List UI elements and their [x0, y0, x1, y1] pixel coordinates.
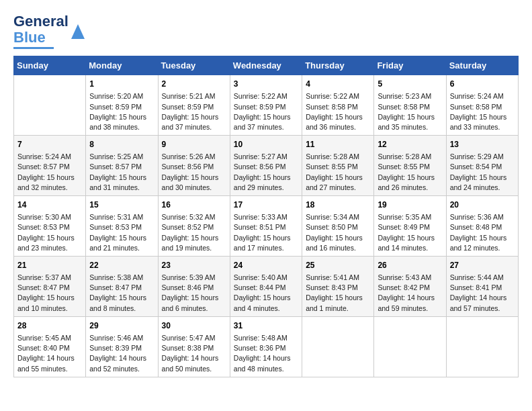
calendar-cell: 2Sunrise: 5:21 AM Sunset: 8:59 PM Daylig…: [158, 75, 230, 136]
day-number: 8: [89, 138, 154, 150]
day-number: 12: [378, 138, 442, 150]
day-number: 26: [378, 259, 442, 271]
calendar-cell: 4Sunrise: 5:22 AM Sunset: 8:58 PM Daylig…: [302, 75, 374, 136]
cell-content: Sunrise: 5:25 AM Sunset: 8:57 PM Dayligh…: [89, 152, 154, 193]
day-number: 5: [378, 78, 442, 90]
cell-content: Sunrise: 5:38 AM Sunset: 8:47 PM Dayligh…: [89, 273, 154, 314]
cell-content: Sunrise: 5:22 AM Sunset: 8:59 PM Dayligh…: [234, 91, 298, 132]
calendar-cell: [14, 75, 86, 136]
day-number: 18: [306, 199, 370, 211]
day-number: 28: [17, 320, 82, 332]
cell-content: Sunrise: 5:46 AM Sunset: 8:39 PM Dayligh…: [89, 333, 154, 374]
calendar-cell: 23Sunrise: 5:39 AM Sunset: 8:46 PM Dayli…: [158, 257, 230, 317]
day-number: 14: [17, 199, 82, 211]
calendar-week-row: 21Sunrise: 5:37 AM Sunset: 8:47 PM Dayli…: [14, 257, 519, 317]
day-number: 10: [234, 138, 298, 150]
calendar-cell: 21Sunrise: 5:37 AM Sunset: 8:47 PM Dayli…: [14, 257, 86, 317]
day-number: 16: [162, 199, 226, 211]
day-number: 24: [234, 259, 298, 271]
calendar-cell: 27Sunrise: 5:44 AM Sunset: 8:41 PM Dayli…: [446, 257, 518, 317]
calendar-cell: [446, 316, 518, 377]
day-number: 20: [450, 199, 515, 211]
weekday-header-tuesday: Tuesday: [158, 56, 230, 75]
calendar-week-row: 1Sunrise: 5:20 AM Sunset: 8:59 PM Daylig…: [14, 75, 519, 136]
day-number: 7: [17, 138, 82, 150]
calendar-cell: 19Sunrise: 5:35 AM Sunset: 8:49 PM Dayli…: [374, 196, 446, 257]
calendar-cell: 8Sunrise: 5:25 AM Sunset: 8:57 PM Daylig…: [86, 136, 158, 196]
cell-content: Sunrise: 5:27 AM Sunset: 8:56 PM Dayligh…: [234, 152, 298, 193]
calendar-cell: 26Sunrise: 5:43 AM Sunset: 8:42 PM Dayli…: [374, 257, 446, 317]
cell-content: Sunrise: 5:22 AM Sunset: 8:58 PM Dayligh…: [306, 91, 370, 132]
cell-content: Sunrise: 5:21 AM Sunset: 8:59 PM Dayligh…: [162, 91, 226, 132]
day-number: 31: [234, 320, 298, 332]
day-number: 6: [450, 78, 515, 90]
calendar-cell: [374, 316, 446, 377]
cell-content: Sunrise: 5:23 AM Sunset: 8:58 PM Dayligh…: [378, 91, 442, 132]
cell-content: Sunrise: 5:29 AM Sunset: 8:54 PM Dayligh…: [450, 152, 515, 193]
cell-content: Sunrise: 5:28 AM Sunset: 8:55 PM Dayligh…: [306, 152, 370, 193]
cell-content: Sunrise: 5:33 AM Sunset: 8:51 PM Dayligh…: [234, 212, 298, 253]
page-header: GeneralBlue: [13, 13, 519, 49]
calendar-cell: 31Sunrise: 5:48 AM Sunset: 8:36 PM Dayli…: [230, 316, 302, 377]
day-number: 15: [89, 199, 154, 211]
cell-content: Sunrise: 5:48 AM Sunset: 8:36 PM Dayligh…: [234, 333, 298, 374]
day-number: 19: [378, 199, 442, 211]
weekday-header-sunday: Sunday: [14, 56, 86, 75]
calendar-header: SundayMondayTuesdayWednesdayThursdayFrid…: [14, 56, 519, 75]
cell-content: Sunrise: 5:24 AM Sunset: 8:58 PM Dayligh…: [450, 91, 515, 132]
logo-triangle-icon: [71, 24, 85, 39]
calendar-cell: 1Sunrise: 5:20 AM Sunset: 8:59 PM Daylig…: [86, 75, 158, 136]
calendar-body: 1Sunrise: 5:20 AM Sunset: 8:59 PM Daylig…: [14, 75, 519, 377]
cell-content: Sunrise: 5:37 AM Sunset: 8:47 PM Dayligh…: [17, 273, 82, 314]
calendar-cell: 30Sunrise: 5:47 AM Sunset: 8:38 PM Dayli…: [158, 316, 230, 377]
cell-content: Sunrise: 5:39 AM Sunset: 8:46 PM Dayligh…: [162, 273, 226, 314]
day-number: 4: [306, 78, 370, 90]
calendar-cell: [302, 316, 374, 377]
calendar-cell: 20Sunrise: 5:36 AM Sunset: 8:48 PM Dayli…: [446, 196, 518, 257]
logo-text: GeneralBlue: [13, 13, 69, 46]
day-number: 11: [306, 138, 370, 150]
day-number: 23: [162, 259, 226, 271]
day-number: 2: [162, 78, 226, 90]
cell-content: Sunrise: 5:32 AM Sunset: 8:52 PM Dayligh…: [162, 212, 226, 253]
calendar-table: SundayMondayTuesdayWednesdayThursdayFrid…: [13, 56, 519, 377]
day-number: 1: [89, 78, 154, 90]
calendar-cell: 3Sunrise: 5:22 AM Sunset: 8:59 PM Daylig…: [230, 75, 302, 136]
calendar-cell: 7Sunrise: 5:24 AM Sunset: 8:57 PM Daylig…: [14, 136, 86, 196]
cell-content: Sunrise: 5:28 AM Sunset: 8:55 PM Dayligh…: [378, 152, 442, 193]
calendar-cell: 12Sunrise: 5:28 AM Sunset: 8:55 PM Dayli…: [374, 136, 446, 196]
cell-content: Sunrise: 5:31 AM Sunset: 8:53 PM Dayligh…: [89, 212, 154, 253]
day-number: 25: [306, 259, 370, 271]
cell-content: Sunrise: 5:40 AM Sunset: 8:44 PM Dayligh…: [234, 273, 298, 314]
cell-content: Sunrise: 5:34 AM Sunset: 8:50 PM Dayligh…: [306, 212, 370, 253]
svg-marker-0: [71, 24, 85, 39]
logo: GeneralBlue: [13, 13, 85, 49]
calendar-cell: 6Sunrise: 5:24 AM Sunset: 8:58 PM Daylig…: [446, 75, 518, 136]
calendar-cell: 13Sunrise: 5:29 AM Sunset: 8:54 PM Dayli…: [446, 136, 518, 196]
cell-content: Sunrise: 5:44 AM Sunset: 8:41 PM Dayligh…: [450, 273, 515, 314]
day-number: 30: [162, 320, 226, 332]
cell-content: Sunrise: 5:36 AM Sunset: 8:48 PM Dayligh…: [450, 212, 515, 253]
cell-content: Sunrise: 5:30 AM Sunset: 8:53 PM Dayligh…: [17, 212, 82, 253]
calendar-cell: 18Sunrise: 5:34 AM Sunset: 8:50 PM Dayli…: [302, 196, 374, 257]
calendar-week-row: 7Sunrise: 5:24 AM Sunset: 8:57 PM Daylig…: [14, 136, 519, 196]
calendar-cell: 10Sunrise: 5:27 AM Sunset: 8:56 PM Dayli…: [230, 136, 302, 196]
day-number: 29: [89, 320, 154, 332]
cell-content: Sunrise: 5:43 AM Sunset: 8:42 PM Dayligh…: [378, 273, 442, 314]
calendar-cell: 22Sunrise: 5:38 AM Sunset: 8:47 PM Dayli…: [86, 257, 158, 317]
weekday-header-saturday: Saturday: [446, 56, 518, 75]
day-number: 27: [450, 259, 515, 271]
calendar-cell: 5Sunrise: 5:23 AM Sunset: 8:58 PM Daylig…: [374, 75, 446, 136]
day-number: 22: [89, 259, 154, 271]
cell-content: Sunrise: 5:35 AM Sunset: 8:49 PM Dayligh…: [378, 212, 442, 253]
calendar-week-row: 14Sunrise: 5:30 AM Sunset: 8:53 PM Dayli…: [14, 196, 519, 257]
day-number: 17: [234, 199, 298, 211]
weekday-header-row: SundayMondayTuesdayWednesdayThursdayFrid…: [14, 56, 519, 75]
calendar-cell: 11Sunrise: 5:28 AM Sunset: 8:55 PM Dayli…: [302, 136, 374, 196]
weekday-header-monday: Monday: [86, 56, 158, 75]
logo-underline: [13, 47, 54, 49]
weekday-header-wednesday: Wednesday: [230, 56, 302, 75]
calendar-cell: 24Sunrise: 5:40 AM Sunset: 8:44 PM Dayli…: [230, 257, 302, 317]
calendar-cell: 14Sunrise: 5:30 AM Sunset: 8:53 PM Dayli…: [14, 196, 86, 257]
weekday-header-friday: Friday: [374, 56, 446, 75]
